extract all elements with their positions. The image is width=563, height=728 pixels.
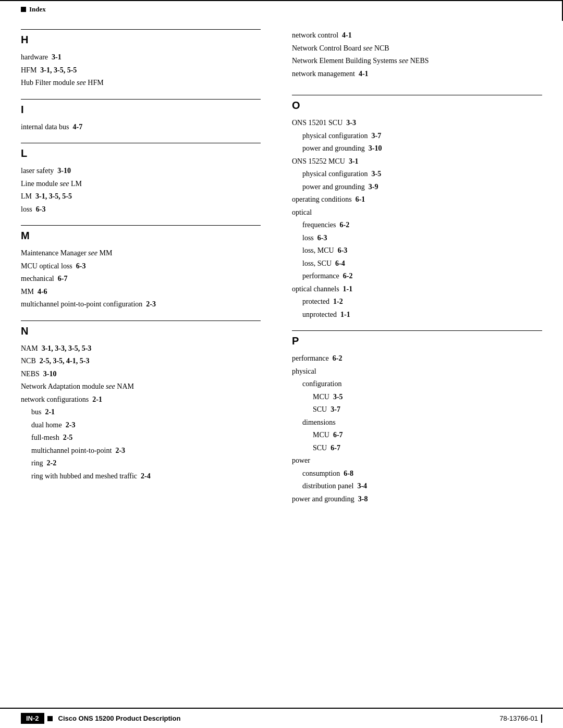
entry-text: physical configuration 3-7 [292, 132, 381, 140]
section-i-content: internal data bus 4-7 [21, 121, 261, 133]
list-item: NEBS 3-10 [21, 368, 261, 380]
entry-bold: 4-6 [38, 288, 47, 295]
header-row: Index [0, 0, 563, 19]
top-border [0, 0, 563, 1]
header-square-icon [21, 7, 26, 12]
section-o-content: ONS 15201 SCU 3-3 physical configuration… [292, 117, 542, 320]
entry-text: consumption 6-8 [292, 470, 353, 477]
entry-bold: 2-5 [63, 434, 73, 441]
section-h: H hardware 3-1 HFM 3-1, 3-5, 5-5 Hub Fil… [21, 29, 261, 89]
list-item: power and grounding 3-8 [292, 493, 542, 505]
list-item: SCU 3-7 [292, 403, 542, 415]
entry-text: mechanical 6-7 [21, 275, 67, 282]
entry-text: performance 6-2 [292, 272, 352, 280]
list-item: frequencies 6-2 [292, 219, 542, 231]
section-p-letter: P [292, 335, 542, 347]
list-item: multichannel point-to-point 2-3 [21, 445, 261, 456]
section-m-letter: M [21, 230, 261, 242]
entry-italic: see [60, 180, 69, 188]
list-item: bus 2-1 [21, 406, 261, 418]
list-item: mechanical 6-7 [21, 273, 261, 285]
right-top-entries: network control 4-1 Network Control Boar… [292, 29, 542, 79]
entry-bold: 6-3 [338, 246, 348, 254]
list-item: optical [292, 206, 542, 218]
section-n-content: NAM 3-1, 3-3, 3-5, 5-3 NCB 2-5, 3-5, 4-1… [21, 342, 261, 482]
entry-text: SCU 3-7 [292, 405, 340, 413]
entry-text: NEBS 3-10 [21, 370, 56, 378]
list-item: power [292, 454, 542, 466]
entry-bold: 2-3 [115, 447, 125, 454]
entry-text: network configurations 2-1 [21, 396, 102, 403]
list-item: distribution panel 3-4 [292, 480, 542, 492]
list-item: ring 2-2 [21, 457, 261, 469]
entry-text: ONS 15201 SCU 3-3 [292, 119, 356, 127]
list-item: Network Adaptation module see NAM [21, 380, 261, 392]
entry-bold: 6-7 [331, 444, 340, 452]
entry-text: performance 6-2 [292, 354, 342, 362]
list-item: MCU 6-7 [292, 429, 542, 441]
entry-text: dimensions [292, 418, 336, 426]
entry-text: power [292, 456, 310, 464]
entry-bold: 6-2 [343, 272, 353, 280]
list-item: loss 6-3 [292, 232, 542, 244]
section-m-divider [21, 225, 261, 226]
entry-bold: 6-1 [356, 195, 365, 203]
entry-bold: 3-10 [369, 144, 382, 152]
section-n: N NAM 3-1, 3-3, 3-5, 5-3 NCB 2-5, 3-5, 4… [21, 320, 261, 482]
list-item: Network Control Board see NCB [292, 42, 542, 54]
entry-text: full-mesh 2-5 [21, 434, 72, 441]
entry-bold: 3-1 [349, 157, 359, 165]
entry-text: unprotected 1-1 [292, 311, 350, 318]
entry-bold: 6-2 [333, 354, 342, 362]
entry-italic: see [399, 57, 408, 65]
section-n-letter: N [21, 325, 261, 337]
entry-bold: 3-9 [369, 183, 378, 191]
entry-bold: 3-7 [372, 132, 382, 140]
section-p-divider [292, 330, 542, 331]
section-l-content: laser safety 3-10 Line module see LM LM … [21, 165, 261, 215]
entry-text: power and grounding 3-8 [292, 495, 368, 503]
section-p: P performance 6-2 physical configuration… [292, 330, 542, 504]
entry-text: Hub Filter module see HFM [21, 79, 104, 87]
footer-page-badge: IN-2 [21, 713, 44, 724]
entry-bold: 3-1, 3-3, 3-5, 5-3 [42, 344, 92, 352]
footer: IN-2 Cisco ONS 15200 Product Description… [0, 708, 563, 728]
list-item: full-mesh 2-5 [21, 431, 261, 443]
entry-bold: 6-3 [76, 262, 86, 270]
section-n-divider [21, 320, 261, 321]
list-item: dimensions [292, 416, 542, 428]
entry-bold: 2-3 [66, 421, 76, 429]
entry-bold: 6-3 [36, 205, 46, 213]
list-item: configuration [292, 378, 542, 390]
list-item: physical configuration 3-5 [292, 168, 542, 180]
entry-text: loss 6-3 [21, 205, 45, 213]
right-column: network control 4-1 Network Control Boar… [282, 29, 542, 515]
section-m: M Maintenance Manager see MM MCU optical… [21, 225, 261, 310]
entry-bold: 3-10 [57, 167, 71, 175]
entry-text: HFM 3-1, 3-5, 5-5 [21, 66, 77, 74]
list-item: dual home 2-3 [21, 419, 261, 431]
footer-right-marker [541, 714, 542, 723]
entry-bold: 6-4 [335, 260, 345, 267]
entry-text: Network Control Board see NCB [292, 44, 389, 52]
entry-bold: 2-1 [45, 408, 55, 416]
entry-text: Line module see LM [21, 180, 82, 188]
list-item: multichannel point-to-point configuratio… [21, 298, 261, 310]
list-item: power and grounding 3-9 [292, 181, 542, 193]
list-item: Hub Filter module see HFM [21, 77, 261, 89]
section-h-divider [21, 29, 261, 30]
list-item: loss, MCU 6-3 [292, 244, 542, 256]
entry-text: network control 4-1 [292, 31, 352, 39]
list-item: physical configuration 3-7 [292, 130, 542, 142]
list-item: operating conditions 6-1 [292, 193, 542, 205]
section-l-letter: L [21, 147, 261, 159]
entry-text: optical channels 1-1 [292, 285, 352, 293]
list-item: Network Element Building Systems see NEB… [292, 55, 542, 67]
entry-bold: 3-5 [372, 170, 382, 178]
section-h-letter: H [21, 34, 261, 46]
section-o-letter: O [292, 100, 542, 112]
section-m-content: Maintenance Manager see MM MCU optical l… [21, 247, 261, 310]
list-item: LM 3-1, 3-5, 5-5 [21, 190, 261, 202]
entry-text: SCU 6-7 [292, 444, 340, 452]
entry-text: MCU 6-7 [292, 431, 343, 439]
